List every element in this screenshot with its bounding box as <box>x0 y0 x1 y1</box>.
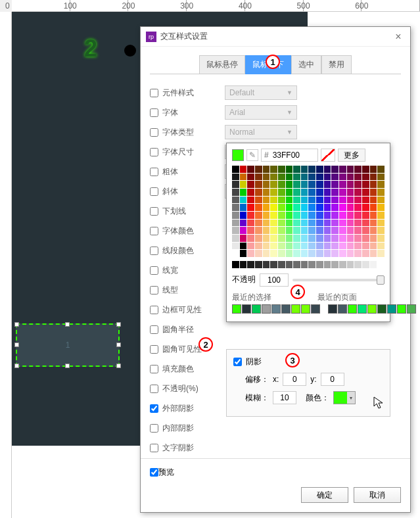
preview-checkbox[interactable] <box>150 468 158 477</box>
prop-checkbox[interactable] <box>150 89 158 97</box>
resize-handle[interactable] <box>65 364 70 368</box>
prop-label: 圆角可见性 <box>162 344 225 355</box>
prop-checkbox[interactable] <box>150 266 158 275</box>
recent-swatch[interactable] <box>252 304 261 314</box>
y-label: y: <box>310 375 316 384</box>
shadow-color-button[interactable]: ▾ <box>333 391 356 404</box>
recent-swatch[interactable] <box>262 304 271 314</box>
recent-swatch[interactable] <box>328 304 337 314</box>
resize-handle[interactable] <box>116 364 121 368</box>
prop-row: 元件样式Default▼ <box>150 83 401 102</box>
prop-label: 内部阴影 <box>162 423 225 434</box>
recent-swatch[interactable] <box>397 304 406 314</box>
recent-swatch[interactable] <box>232 304 241 314</box>
prop-checkbox[interactable] <box>150 404 158 413</box>
resize-handle[interactable] <box>14 342 19 347</box>
prop-checkbox[interactable] <box>150 247 158 255</box>
recent-swatch[interactable] <box>387 304 396 314</box>
slider-thumb[interactable] <box>377 275 385 285</box>
recent-swatch[interactable] <box>377 304 386 314</box>
resize-handle[interactable] <box>116 342 121 347</box>
recent-swatch[interactable] <box>358 304 367 314</box>
more-colors-button[interactable]: 更多 <box>338 149 365 162</box>
recent-colors[interactable] <box>232 304 320 314</box>
resize-handle[interactable] <box>65 322 70 327</box>
prop-checkbox[interactable] <box>150 325 158 334</box>
blur-input[interactable] <box>273 391 296 404</box>
annotation-4: 4 <box>291 285 305 299</box>
annotation-3: 3 <box>285 353 300 367</box>
prop-label: 字体 <box>162 107 225 118</box>
offset-x-input[interactable] <box>283 373 306 386</box>
titlebar[interactable]: rp 交互样式设置 × <box>141 27 410 47</box>
recent-swatch[interactable] <box>291 304 300 314</box>
opacity-slider[interactable] <box>292 279 385 281</box>
hex-input[interactable] <box>271 149 317 161</box>
recent-swatch[interactable] <box>311 304 320 314</box>
dialog-title: 交互样式设置 <box>160 31 392 42</box>
prop-row: 圆角半径 <box>150 320 401 339</box>
prop-label: 元件样式 <box>162 87 225 99</box>
recent-swatch[interactable] <box>348 304 357 314</box>
selected-widget[interactable]: 1 <box>16 323 120 367</box>
prop-row: 字体Arial▼ <box>150 103 401 122</box>
recent-swatch[interactable] <box>301 304 310 314</box>
dialog-footer: 预览 确定 取消 <box>141 458 410 512</box>
ruler-mark: 400 <box>239 1 252 11</box>
prop-checkbox[interactable] <box>150 227 158 235</box>
prop-checkbox[interactable] <box>150 306 158 314</box>
tab-selected[interactable]: 选中 <box>291 55 321 74</box>
recent-swatch[interactable] <box>281 304 291 314</box>
prop-checkbox[interactable] <box>150 424 158 433</box>
resize-handle[interactable] <box>14 364 19 368</box>
offset-label: 偏移： <box>245 374 269 385</box>
prop-checkbox[interactable] <box>150 345 158 354</box>
dropdown[interactable]: Default▼ <box>225 85 297 100</box>
shadow-enable-checkbox[interactable] <box>233 358 242 366</box>
prop-row: 内部阴影 <box>150 419 401 437</box>
recent-swatch[interactable] <box>242 304 251 314</box>
prop-checkbox[interactable] <box>150 207 158 216</box>
color-label: 颜色： <box>306 392 329 404</box>
offset-y-input[interactable] <box>321 373 344 386</box>
prop-checkbox[interactable] <box>150 128 158 137</box>
prop-label: 填充颜色 <box>162 364 225 375</box>
prop-checkbox[interactable] <box>150 187 158 196</box>
prop-checkbox[interactable] <box>150 286 158 294</box>
ruler-mark: 300 <box>180 1 193 11</box>
recent-swatch[interactable] <box>338 304 347 314</box>
close-icon[interactable]: × <box>392 30 405 43</box>
prop-checkbox[interactable] <box>150 444 158 452</box>
app-icon: rp <box>146 32 156 42</box>
prop-checkbox[interactable] <box>150 385 158 393</box>
resize-handle[interactable] <box>116 322 121 327</box>
cancel-button[interactable]: 取消 <box>354 487 401 503</box>
hash-label: # <box>262 151 271 160</box>
recent-swatch[interactable] <box>407 304 416 314</box>
resize-handle[interactable] <box>14 322 19 327</box>
prop-checkbox[interactable] <box>150 168 158 176</box>
grayscale-row[interactable] <box>232 261 385 268</box>
eyedropper-icon[interactable]: ✎ <box>246 149 258 161</box>
dot-shape[interactable] <box>124 45 136 57</box>
opacity-input[interactable] <box>260 273 289 287</box>
prop-checkbox[interactable] <box>150 148 158 156</box>
tab-disabled[interactable]: 禁用 <box>321 55 352 74</box>
prop-label: 字体类型 <box>162 127 225 138</box>
color-grid[interactable] <box>232 166 385 257</box>
no-color-icon[interactable] <box>321 149 335 162</box>
prop-label: 圆角半径 <box>162 324 225 335</box>
recent-swatch[interactable] <box>271 304 281 314</box>
prop-checkbox[interactable] <box>150 365 158 373</box>
ruler-mark: 200 <box>122 1 135 11</box>
prop-checkbox[interactable] <box>150 108 158 117</box>
prop-label: 斜体 <box>162 186 225 197</box>
prop-label: 字体尺寸 <box>162 147 225 158</box>
dropdown[interactable]: Normal▼ <box>225 125 297 139</box>
ok-button[interactable]: 确定 <box>301 487 348 503</box>
tab-mouseover[interactable]: 鼠标悬停 <box>199 55 245 74</box>
recent-page-colors[interactable] <box>328 304 416 314</box>
preview-label: 预览 <box>158 467 174 478</box>
dropdown[interactable]: Arial▼ <box>225 105 297 120</box>
recent-swatch[interactable] <box>367 304 377 314</box>
